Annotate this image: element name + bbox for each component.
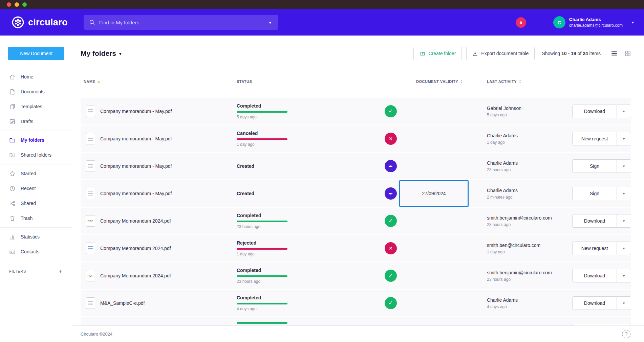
status-progress-bar <box>237 111 287 113</box>
chevron-down-icon: ▾ <box>623 219 625 223</box>
sidebar-item-home[interactable]: Home <box>0 69 72 84</box>
table-row[interactable]: PDF Company Memorandum 2024.pdf Complete… <box>81 208 631 234</box>
list-view-icon <box>610 50 618 57</box>
row-action-button[interactable]: Download <box>573 105 617 118</box>
status-time: 23 hours ago <box>237 279 382 284</box>
documents-table: NAME STATUS DOCUMENT VALIDITY LAST ACTIV… <box>81 78 631 342</box>
row-action-dropdown-button[interactable]: ▾ <box>617 297 631 310</box>
sidebar-item-trash[interactable]: Trash <box>0 211 72 226</box>
row-action-dropdown-button[interactable]: ▾ <box>617 214 631 227</box>
row-action-button[interactable]: Download <box>573 297 617 310</box>
row-action-button[interactable]: Sign <box>573 187 617 200</box>
table-row[interactable]: PDF Company Memorandum 2024.pdf Complete… <box>81 263 631 289</box>
window-zoom-button[interactable] <box>22 2 27 7</box>
row-action-dropdown-button[interactable]: ▾ <box>617 105 631 118</box>
window-minimize-button[interactable] <box>15 2 19 7</box>
row-action-button[interactable]: Sign <box>573 160 617 173</box>
row-action-dropdown-button[interactable]: ▾ <box>617 269 631 282</box>
row-action-dropdown-button[interactable]: ▾ <box>617 132 631 145</box>
sidebar-item-templates[interactable]: Templates <box>0 99 72 114</box>
page-title[interactable]: My folders ▾ <box>81 49 122 58</box>
sidebar-item-shared-folders[interactable]: Shared folders <box>0 147 72 162</box>
notification-badge[interactable]: 5 <box>516 17 526 28</box>
row-action-button[interactable]: Download <box>573 214 617 227</box>
sidebar-item-label: Shared folders <box>21 152 51 158</box>
file-icon <box>86 243 95 254</box>
status-cell: Completed 23 hours ago <box>237 268 382 284</box>
search-input[interactable] <box>99 20 262 25</box>
folder-plus-icon <box>420 51 425 56</box>
activity-time: 1 day ago <box>487 140 572 145</box>
sidebar-item-recent[interactable]: Recent <box>0 181 72 196</box>
status-label: Completed <box>237 268 382 273</box>
help-button[interactable]: ? <box>622 330 630 338</box>
sidebar-item-label: Documents <box>21 89 45 94</box>
status-time: 4 days ago <box>237 306 382 311</box>
create-folder-button[interactable]: Create folder <box>413 47 462 60</box>
table-row[interactable]: Company memorandum - May.pdf Canceled 1 … <box>81 126 631 152</box>
check-icon: ✓ <box>385 270 397 282</box>
user-name: Charlie Adams <box>569 17 623 22</box>
export-document-table-button[interactable]: Export document table <box>466 47 535 60</box>
table-row[interactable]: Company memorandum - May.pdf Created ✒ 2… <box>81 180 631 207</box>
sidebar-item-label: Recent <box>21 186 36 191</box>
activity-time: 23 hours ago <box>487 167 572 172</box>
window-title-bar <box>0 0 644 9</box>
row-action-button[interactable]: New request <box>573 242 617 255</box>
sidebar-item-starred[interactable]: Starred <box>0 166 72 181</box>
circularo-logo[interactable]: circularo <box>12 16 68 29</box>
status-progress-bar <box>237 138 287 140</box>
sidebar-item-my-folders[interactable]: My folders <box>0 133 72 147</box>
table-row[interactable]: Company Memorandum 2024.pdf Rejected 1 d… <box>81 235 631 261</box>
row-action-split-button: Sign ▾ <box>572 159 631 173</box>
document-validity-value <box>399 235 469 261</box>
status-label: Rejected <box>237 240 382 246</box>
sidebar-item-documents[interactable]: Documents <box>0 84 72 99</box>
sidebar-item-statistics[interactable]: Statistics <box>0 229 72 244</box>
share-icon <box>9 200 16 207</box>
table-row[interactable]: M&A_SampleC-e.pdf Completed 4 days ago ✓… <box>81 290 631 316</box>
check-icon: ✓ <box>385 297 397 309</box>
list-view-button[interactable] <box>610 50 618 57</box>
sidebar-separator <box>0 164 72 164</box>
sort-icon <box>460 80 463 83</box>
document-name: Company Memorandum 2024.pdf <box>100 273 237 278</box>
template-icon <box>9 104 16 110</box>
search-scope-dropdown[interactable]: ▾ <box>262 15 278 30</box>
grid-view-button[interactable] <box>624 50 631 57</box>
column-header-name[interactable]: NAME <box>81 79 237 84</box>
chevron-down-icon: ▾ <box>623 246 625 250</box>
row-action-button[interactable]: New request <box>573 132 617 145</box>
filters-section: FILTERS + <box>0 263 72 274</box>
document-name: Company memorandum - May.pdf <box>100 163 237 169</box>
row-action-dropdown-button[interactable]: ▾ <box>617 242 631 255</box>
column-header-document-validity[interactable]: DOCUMENT VALIDITY <box>399 79 469 84</box>
search-bar[interactable]: ▾ <box>84 15 278 30</box>
sidebar-item-label: Home <box>21 74 33 79</box>
copyright-text: Circularo ©2024 <box>81 332 112 337</box>
document-icon <box>9 89 16 95</box>
document-name: Company memorandum - May.pdf <box>100 191 237 196</box>
sidebar-item-drafts[interactable]: Drafts <box>0 114 72 129</box>
add-filter-button[interactable]: + <box>59 268 62 274</box>
sidebar-item-shared[interactable]: Shared <box>0 196 72 211</box>
document-name: Company Memorandum 2024.pdf <box>100 246 237 251</box>
column-header-status[interactable]: STATUS <box>237 79 382 84</box>
window-close-button[interactable] <box>7 2 11 7</box>
row-action-dropdown-button[interactable]: ▾ <box>617 187 631 200</box>
row-action-dropdown-button[interactable]: ▾ <box>617 160 631 173</box>
column-header-last-activity[interactable]: LAST ACTIVITY <box>469 79 572 84</box>
user-menu[interactable]: C Charlie Adams charlie.adams@circularo.… <box>553 16 634 28</box>
status-label: Created <box>237 163 382 169</box>
sidebar-item-contacts[interactable]: Contacts <box>0 244 72 259</box>
table-row[interactable]: Company memorandum - May.pdf Completed 5… <box>81 98 631 124</box>
new-document-button[interactable]: New Document <box>8 47 64 60</box>
chevron-down-icon: ▾ <box>623 274 625 278</box>
document-validity-value <box>399 98 469 124</box>
file-icon: PDF <box>86 270 95 281</box>
sidebar-item-label: Shared <box>21 201 36 206</box>
sidebar-item-label: Templates <box>21 104 42 109</box>
document-validity-value <box>399 126 469 152</box>
table-row[interactable]: Company memorandum - May.pdf Created ✒ C… <box>81 153 631 179</box>
row-action-button[interactable]: Download <box>573 269 617 282</box>
